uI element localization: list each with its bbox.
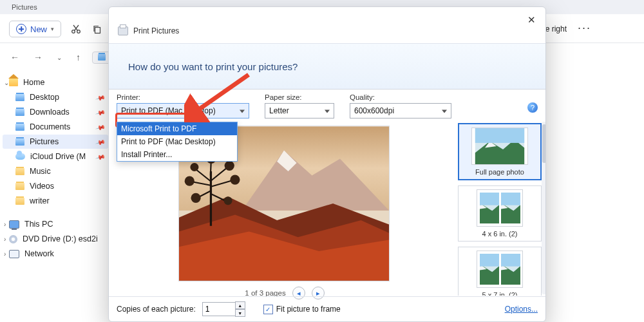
printer-option[interactable]: Print to PDF (Mac Desktop) [117,135,237,148]
bluefld-icon [15,94,24,101]
recent-chevron[interactable]: ⌄ [54,54,64,61]
copies-input[interactable] [202,302,236,316]
close-button[interactable]: ✕ [522,11,540,29]
layout-label: 5 x 7 in. (2) [482,291,517,296]
copies-down[interactable]: ▼ [235,309,245,317]
fld-icon [15,168,24,175]
sidebar-item-downloads[interactable]: Downloads📌 [3,105,108,119]
paper-dropdown[interactable]: Letter [265,103,334,118]
sidebar-item-videos[interactable]: Videos [3,179,108,193]
layout-label: Full page photo [475,168,524,176]
sidebar-item-label: iCloud Drive (M [30,152,86,161]
copies-label: Copies of each picture: [117,305,196,314]
printer-dropdown[interactable]: Print to PDF (Mac Desktop) [117,103,249,118]
bluefld-icon [15,138,24,146]
printer-icon [118,26,128,35]
new-button-label: New [30,24,47,34]
plus-icon [16,24,26,34]
sidebar-item-home[interactable]: ⌄Home [3,75,108,90]
caret-icon: › [4,236,6,243]
printer-selected: Print to PDF (Mac Desktop) [121,106,216,115]
layout-list: Full page photo4 x 6 in. (2)5 x 7 in. (2… [458,123,542,296]
sidebar-item-network[interactable]: ›Network [3,247,108,261]
paper-selected: Letter [269,106,289,115]
layout-option[interactable]: 5 x 7 in. (2) [458,247,542,296]
fld-icon [15,198,24,205]
printer-label: Printer: [117,93,249,101]
pin-icon: 📌 [95,151,106,162]
layout-label: 4 x 6 in. (2) [482,230,517,238]
sidebar-item-label: Pictures [30,137,59,146]
caret-icon: ⌄ [4,79,9,86]
sidebar-item-label: Videos [30,182,54,191]
printer-option[interactable]: Install Printer... [117,148,237,161]
sidebar-item-label: Home [23,78,44,87]
sidebar-item-label: writer [30,196,50,205]
dialog-title: Print Pictures [118,26,179,35]
printer-option[interactable]: Microsoft Print to PDF [117,122,237,135]
quality-label: Quality: [350,93,451,101]
explorer-sidebar: ⌄HomeDesktop📌Downloads📌Documents📌Picture… [0,72,111,322]
svg-rect-21 [95,27,100,33]
sidebar-item-music[interactable]: Music [3,164,108,178]
sidebar-item-this-pc[interactable]: ›This PC [3,217,108,231]
folder-icon [98,54,106,61]
sidebar-item-label: Network [24,249,54,258]
sidebar-item-documents[interactable]: Documents📌 [3,120,108,134]
bluefld-icon [15,109,24,116]
sidebar-item-icloud-drive-m[interactable]: iCloud Drive (M📌 [3,149,108,164]
net-icon [9,250,19,258]
copy-icon[interactable] [91,23,102,35]
dialog-footer: Copies of each picture: ▲▼ ✓ Fit picture… [109,296,545,321]
dialog-title-text: Print Pictures [133,26,179,35]
sidebar-item-label: Music [30,167,51,176]
sidebar-item-desktop[interactable]: Desktop📌 [3,90,108,104]
cut-icon[interactable] [70,23,82,35]
back-button[interactable]: ← [8,52,22,62]
help-icon[interactable]: ? [527,102,538,113]
printer-dropdown-list: Microsoft Print to PDFPrint to PDF (Mac … [117,122,238,162]
sidebar-item-label: DVD Drive (D:) esd2i [23,234,98,243]
pin-icon: 📌 [95,92,106,102]
sidebar-item-dvd-drive-d-esd2i[interactable]: ›DVD Drive (D:) esd2i [3,232,108,246]
print-pictures-dialog: ✕ Print Pictures How do you want to prin… [108,6,546,322]
more-icon[interactable]: ··· [578,21,591,35]
sidebar-item-label: Desktop [30,93,59,102]
copies-up[interactable]: ▲ [235,301,245,309]
up-button[interactable]: ↑ [73,52,83,62]
sidebar-item-label: Documents [30,122,70,131]
caret-icon: › [4,251,6,258]
home-icon [9,79,18,86]
quality-dropdown[interactable]: 600x600dpi [350,103,451,118]
chevron-down-icon: ▾ [51,26,54,32]
caret-icon: › [4,221,6,228]
dvd-icon [9,235,17,243]
quality-selected: 600x600dpi [354,106,394,115]
pin-icon: 📌 [95,107,106,117]
truncated-text: e right [545,24,567,33]
layout-scrollbar[interactable] [542,122,546,294]
checkbox-icon: ✓ [263,305,273,314]
bluefld-icon [15,124,24,131]
dialog-banner: How do you want to print your pictures? [109,43,545,90]
pin-icon: 📌 [95,122,106,132]
cloud-icon [15,153,25,160]
fit-to-frame-checkbox[interactable]: ✓ Fit picture to frame [263,305,341,314]
layout-option[interactable]: 4 x 6 in. (2) [458,185,542,242]
paper-label: Paper size: [265,93,334,101]
sidebar-item-writer[interactable]: writer [3,194,108,208]
sidebar-item-label: This PC [24,220,53,229]
forward-button[interactable]: → [31,52,45,62]
pin-icon: 📌 [95,137,106,147]
pc-icon [9,220,19,229]
fld-icon [15,183,24,190]
options-link[interactable]: Options... [505,305,538,314]
sidebar-item-pictures[interactable]: Pictures📌 [3,135,108,149]
copies-stepper[interactable]: ▲▼ [202,301,245,317]
new-button[interactable]: New ▾ [9,21,61,37]
fit-label: Fit picture to frame [276,305,341,314]
layout-option[interactable]: Full page photo [458,123,542,180]
sidebar-item-label: Downloads [30,108,70,117]
